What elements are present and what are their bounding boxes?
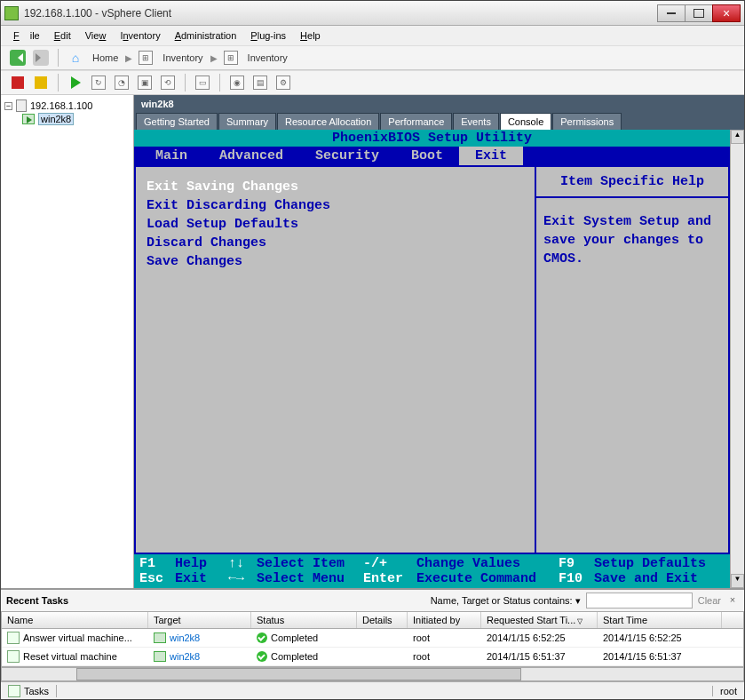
bios-menu-boot[interactable]: Boot	[395, 147, 459, 165]
nav-back-button[interactable]	[8, 48, 28, 68]
table-row[interactable]: Reset virtual machinewin2k8Completedroot…	[2, 648, 743, 666]
snapshot-mgr-button[interactable]: ▣	[135, 73, 155, 92]
snapshot-button[interactable]: ◔	[112, 73, 131, 92]
collapse-icon[interactable]: −	[4, 102, 12, 110]
vertical-scrollbar[interactable]: ▲ ▼	[730, 130, 744, 588]
status-user: root	[712, 686, 744, 696]
recent-tasks-title: Recent Tasks	[6, 595, 68, 606]
table-row[interactable]: Answer virtual machine...win2k8Completed…	[2, 629, 743, 648]
menu-inventory[interactable]: Inventory	[115, 28, 165, 43]
bios-key-updown: ↑↓	[228, 556, 257, 571]
bios-menu-advanced[interactable]: Advanced	[203, 147, 299, 165]
bios-opt-load-defaults[interactable]: Load Setup Defaults	[143, 215, 527, 234]
play-button[interactable]	[66, 73, 85, 92]
task-status: Completed	[271, 651, 318, 662]
task-requested-start: 2014/1/15 6:51:37	[481, 648, 598, 665]
refresh-button[interactable]: ↻	[89, 73, 108, 92]
breadcrumb-home[interactable]: Home	[89, 52, 122, 63]
connect-cd-button[interactable]: ◉	[227, 73, 247, 92]
connect-floppy-button[interactable]: ▤	[250, 73, 270, 92]
col-start-time[interactable]: Start Time	[598, 612, 722, 628]
tree-host[interactable]: − 192.168.1.100	[4, 99, 130, 113]
bios-menu-main[interactable]: Main	[139, 147, 203, 165]
vm-console[interactable]: PhoenixBIOS Setup Utility Main Advanced …	[134, 130, 730, 588]
bios-key-f9: F9	[559, 556, 594, 571]
bios-opt-exit-saving[interactable]: Exit Saving Changes	[143, 178, 527, 196]
task-name: Reset virtual machine	[23, 651, 117, 662]
bios-menu-security[interactable]: Security	[299, 147, 395, 165]
vm-toolbar: ↻ ◔ ▣ ⟲ ▭ ◉ ▤ ⚙	[1, 70, 744, 95]
menu-administration[interactable]: Administration	[170, 28, 242, 43]
scroll-down-icon[interactable]: ▼	[731, 574, 744, 588]
task-icon	[7, 650, 20, 663]
stop-button[interactable]	[8, 73, 28, 92]
revert-button[interactable]: ⟲	[158, 73, 178, 92]
col-status[interactable]: Status	[251, 612, 357, 628]
horizontal-scrollbar[interactable]	[1, 667, 744, 681]
bios-key-exit: Exit	[175, 571, 228, 586]
task-details	[357, 648, 408, 665]
bios-menu-exit[interactable]: Exit	[459, 147, 523, 165]
bios-key-select-item: Select Item	[257, 556, 363, 571]
menu-file[interactable]: File	[8, 28, 45, 43]
host-icon	[16, 99, 27, 112]
tree-vm[interactable]: win2k8	[4, 113, 130, 125]
bios-opt-save[interactable]: Save Changes	[143, 252, 527, 271]
col-details[interactable]: Details	[357, 612, 408, 628]
bios-menubar: Main Advanced Security Boot Exit	[134, 147, 730, 165]
menu-plugins[interactable]: Plug-ins	[245, 28, 291, 43]
minimize-button[interactable]	[657, 4, 686, 22]
clear-button[interactable]: Clear	[698, 595, 721, 606]
tab-permissions[interactable]: Permissions	[552, 113, 622, 130]
col-name[interactable]: Name	[2, 612, 148, 628]
bios-key-setup-defaults: Setup Defaults	[594, 556, 725, 571]
bios-key-execute: Execute Command	[416, 571, 559, 586]
bios-opt-discard[interactable]: Discard Changes	[143, 234, 527, 252]
nav-forward-button[interactable]	[31, 48, 51, 68]
status-ok-icon	[257, 632, 267, 643]
scroll-up-icon[interactable]: ▲	[731, 130, 744, 144]
recent-tasks-pane: Recent Tasks Name, Target or Status cont…	[1, 588, 744, 681]
tab-events[interactable]: Events	[453, 113, 499, 130]
bios-key-plusminus: -/+	[363, 556, 416, 571]
pause-button[interactable]	[31, 73, 51, 92]
inventory-tree: − 192.168.1.100 win2k8	[1, 95, 134, 588]
inventory-icon[interactable]: ⊞	[136, 48, 155, 68]
menu-edit[interactable]: Edit	[49, 28, 76, 43]
tab-resource-allocation[interactable]: Resource Allocation	[277, 113, 379, 130]
bios-opt-exit-discarding[interactable]: Exit Discarding Changes	[143, 196, 527, 215]
tab-console[interactable]: Console	[500, 113, 551, 130]
maximize-button[interactable]	[685, 4, 713, 22]
sort-desc-icon: ▽	[577, 617, 583, 625]
home-button[interactable]: ⌂	[66, 48, 85, 68]
col-target[interactable]: Target	[148, 612, 251, 628]
breadcrumb-inventory-2[interactable]: Inventory	[244, 52, 291, 63]
settings-button[interactable]: ⚙	[273, 73, 293, 92]
tab-summary[interactable]: Summary	[218, 113, 276, 130]
col-initiated-by[interactable]: Initiated by	[408, 612, 481, 628]
bios-footer: F1 Help ↑↓ Select Item -/+ Change Values…	[134, 554, 730, 588]
menu-view[interactable]: View	[80, 28, 112, 43]
status-ok-icon	[257, 651, 267, 662]
task-target[interactable]: win2k8	[170, 651, 200, 662]
status-tasks[interactable]: Tasks	[1, 685, 57, 697]
task-target[interactable]: win2k8	[170, 632, 200, 643]
grid-header: Name Target Status Details Initiated by …	[2, 612, 743, 629]
bios-key-esc: Esc	[139, 571, 175, 586]
tab-getting-started[interactable]: Getting Started	[136, 113, 218, 130]
task-status: Completed	[271, 632, 318, 643]
console-button[interactable]: ▭	[193, 73, 212, 92]
tab-performance[interactable]: Performance	[380, 113, 452, 130]
inventory-icon[interactable]: ⊞	[221, 48, 241, 68]
bios-key-enter: Enter	[363, 571, 416, 586]
menu-help[interactable]: Help	[295, 28, 326, 43]
close-pane-icon[interactable]: ×	[726, 594, 739, 607]
col-requested-start[interactable]: Requested Start Ti...▽	[481, 612, 598, 628]
bios-key-help: Help	[175, 556, 228, 571]
vm-tabs: Getting Started Summary Resource Allocat…	[134, 113, 744, 130]
chevron-icon: ▶	[210, 53, 218, 63]
filter-label[interactable]: Name, Target or Status contains: ▾	[431, 595, 581, 607]
close-button[interactable]	[712, 4, 741, 22]
breadcrumb-inventory[interactable]: Inventory	[159, 52, 206, 63]
filter-input[interactable]	[586, 593, 693, 609]
